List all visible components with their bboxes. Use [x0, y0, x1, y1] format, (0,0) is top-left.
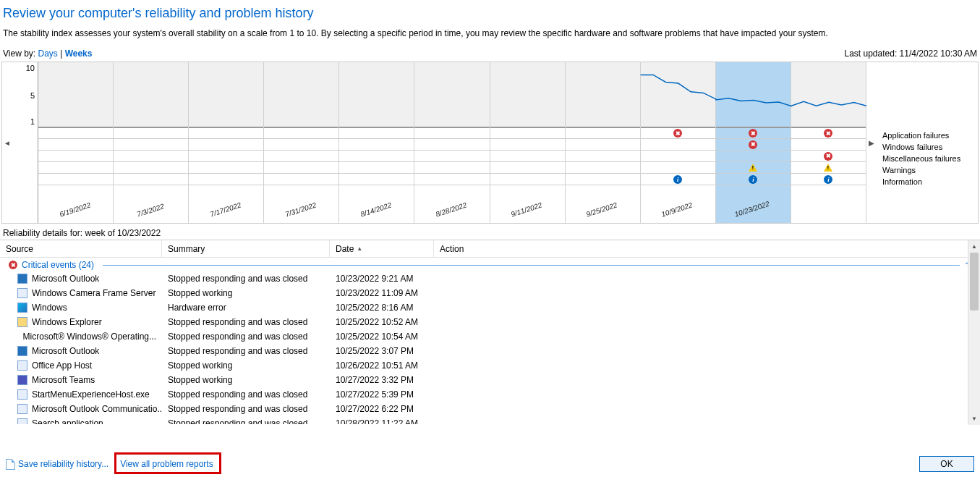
table-row[interactable]: Microsoft® Windows® Operating...Stopped …	[0, 329, 980, 344]
cell-source: StartMenuExperienceHost.exe	[0, 389, 162, 400]
chart-column[interactable]: 9/25/2022	[566, 62, 641, 223]
vertical-scrollbar[interactable]: ▲ ▼	[968, 240, 980, 425]
cell-date: 10/27/2022 5:39 PM	[330, 389, 434, 400]
chart-date-label: 7/3/2022	[135, 202, 164, 218]
group-critical-events[interactable]: Critical events (24) ⌃	[0, 258, 980, 271]
scroll-up-button[interactable]: ▲	[968, 240, 980, 253]
page-title: Review your computer's reliability and p…	[0, 0, 980, 28]
cell-date: 10/25/2022 10:54 AM	[330, 332, 434, 342]
error-icon	[824, 152, 832, 161]
cell-source: Windows Explorer	[0, 317, 162, 327]
chart-grid: 6/19/20227/3/20227/17/20227/31/20228/14/…	[38, 62, 866, 223]
cell-summary: Stopped responding and was closed	[162, 346, 330, 356]
table-row[interactable]: StartMenuExperienceHost.exeStopped respo…	[0, 387, 980, 402]
cell-date: 10/26/2022 10:51 AM	[330, 360, 434, 371]
view-by-row: View by: Days | Weeks	[3, 48, 92, 59]
error-icon	[9, 261, 17, 269]
row-label-warnings: Warnings	[877, 165, 978, 177]
scroll-track[interactable]	[968, 253, 980, 413]
chart-y-axis: 10 5 1	[12, 62, 38, 223]
view-by-weeks-link[interactable]: Weeks	[65, 48, 93, 59]
table-row[interactable]: Search applicationStopped responding and…	[0, 416, 980, 424]
info-icon	[824, 175, 832, 184]
cell-source: Microsoft Outlook	[0, 346, 162, 356]
chart-column[interactable]: 10/9/2022	[641, 62, 716, 223]
table-row[interactable]: WindowsHardware error10/25/2022 8:16 AM	[0, 300, 980, 315]
chart-column[interactable]: 9/11/2022	[490, 62, 566, 223]
chart-column[interactable]: 7/31/2022	[264, 62, 339, 223]
cell-summary: Stopped responding and was closed	[162, 389, 330, 400]
details-header-prefix: Reliability details for:	[3, 228, 85, 238]
chart-column[interactable]	[791, 62, 866, 223]
cell-date: 10/25/2022 3:07 PM	[330, 346, 434, 356]
cell-source: Office App Host	[0, 360, 162, 371]
cell-summary: Stopped working	[162, 360, 330, 371]
chart-column[interactable]: 6/19/2022	[38, 62, 114, 223]
details-header-value: week of 10/23/2022	[85, 228, 161, 238]
chart-date-label: 8/28/2022	[435, 201, 468, 219]
row-labels: Application failures Windows failures Mi…	[877, 62, 978, 223]
chart-column[interactable]: 7/17/2022	[189, 62, 264, 223]
cell-date: 10/23/2022 9:21 AM	[330, 274, 434, 284]
chart-column[interactable]: 8/28/2022	[414, 62, 490, 223]
info-icon	[749, 175, 757, 184]
cell-summary: Stopped working	[162, 375, 330, 385]
table-row[interactable]: Microsoft OutlookStopped responding and …	[0, 344, 980, 358]
table-row[interactable]: Microsoft TeamsStopped working10/27/2022…	[0, 373, 980, 387]
error-icon	[824, 129, 832, 138]
app-icon	[17, 360, 27, 371]
cell-summary: Stopped working	[162, 288, 330, 298]
cell-date: 10/25/2022 10:52 AM	[330, 317, 434, 327]
error-icon	[673, 129, 682, 138]
cell-source: Microsoft Teams	[0, 375, 162, 385]
app-icon	[17, 317, 27, 327]
save-link-label: Save reliability history...	[18, 459, 108, 469]
chart-date-label: 9/11/2022	[510, 201, 543, 219]
cell-summary: Hardware error	[162, 303, 330, 313]
app-icon	[17, 404, 27, 414]
scroll-thumb[interactable]	[970, 253, 979, 311]
scroll-down-button[interactable]: ▼	[968, 413, 980, 425]
table-row[interactable]: Microsoft Outlook Communicatio...Stopped…	[0, 402, 980, 416]
chart-column[interactable]: 7/3/2022	[114, 62, 189, 223]
app-icon	[17, 418, 27, 424]
page-description: The stability index assesses your system…	[0, 28, 980, 48]
ok-button[interactable]: OK	[919, 456, 974, 472]
cell-source: Microsoft Outlook Communicatio...	[0, 404, 162, 414]
view-all-problem-reports-link[interactable]: View all problem reports	[120, 459, 213, 469]
chart-date-label: 6/19/2022	[59, 201, 92, 219]
th-source[interactable]: Source	[0, 240, 162, 257]
warn-icon	[749, 164, 757, 172]
th-date[interactable]: Date ▲	[330, 240, 434, 257]
chart-nav-right[interactable]: ▶	[866, 62, 877, 223]
table-row[interactable]: Microsoft OutlookStopped responding and …	[0, 271, 980, 286]
th-date-label: Date	[336, 244, 354, 254]
chart-date-label: 10/23/2022	[734, 200, 771, 219]
last-updated-value: 11/4/2022 10:30 AM	[900, 48, 977, 59]
chart-nav-left[interactable]: ◄	[2, 62, 12, 223]
cell-source: Microsoft® Windows® Operating...	[0, 332, 162, 342]
cell-source: Windows	[0, 303, 162, 313]
th-action[interactable]: Action	[434, 240, 980, 257]
bottom-bar: Save reliability history... View all pro…	[0, 451, 980, 477]
table-row[interactable]: Windows ExplorerStopped responding and w…	[0, 315, 980, 329]
th-summary[interactable]: Summary	[162, 240, 330, 257]
table-row[interactable]: Windows Camera Frame ServerStopped worki…	[0, 286, 980, 300]
view-by-label: View by:	[3, 48, 35, 59]
cell-summary: Stopped responding and was closed	[162, 317, 330, 327]
chart-column[interactable]: 8/14/2022	[339, 62, 414, 223]
app-icon	[17, 303, 27, 313]
chart-date-label: 7/31/2022	[284, 201, 318, 219]
document-icon	[6, 459, 15, 470]
chart-date-label: 8/14/2022	[359, 201, 393, 219]
last-updated-label: Last updated:	[845, 48, 898, 59]
save-reliability-history-link[interactable]: Save reliability history...	[6, 459, 108, 470]
table-row[interactable]: Office App HostStopped working10/26/2022…	[0, 358, 980, 373]
chart-column[interactable]: 10/23/2022	[716, 62, 791, 223]
chart-date-label: 7/17/2022	[209, 201, 242, 219]
view-by-days-link[interactable]: Days	[38, 48, 57, 59]
cell-summary: Stopped responding and was closed	[162, 404, 330, 414]
yaxis-5: 5	[30, 91, 35, 100]
chart-date-label: 10/9/2022	[660, 201, 694, 219]
cell-summary: Stopped responding and was closed	[162, 332, 330, 342]
